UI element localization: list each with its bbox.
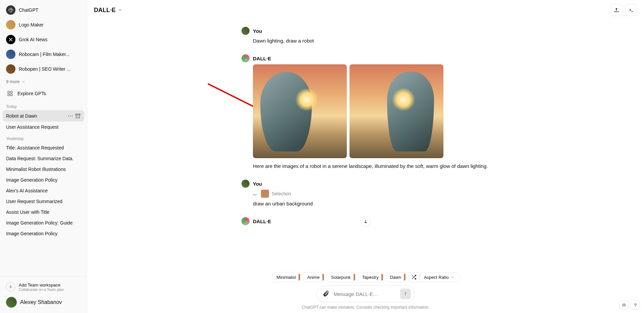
aspect-ratio-selector[interactable]: Aspect Ratio [420, 272, 459, 282]
chevron-down-icon [451, 275, 455, 279]
history-item[interactable]: User Assistance Request [3, 122, 84, 132]
logomaker-icon [6, 20, 15, 29]
history-item[interactable]: Minimalist Robot Illustrations [3, 164, 84, 175]
sidebar-section-today: Today [3, 100, 84, 110]
help-button[interactable]: ? [631, 300, 640, 310]
sidebar: ChatGPT Logo Maker Grok AI News Robocam … [0, 0, 87, 313]
selection-thumbnail-icon [261, 190, 269, 198]
message-user-1: You Dawn lighting, draw a robot [241, 27, 490, 45]
style-shuffle-button[interactable] [408, 272, 420, 282]
user-name: Alexey Shabanov [20, 299, 62, 305]
message-input-container [317, 286, 415, 302]
share-button[interactable] [610, 4, 623, 16]
style-chip-anime[interactable]: Anime [303, 272, 324, 282]
svg-rect-1 [8, 91, 9, 93]
aspect-ratio-label: Aspect Ratio [424, 275, 449, 280]
svg-point-11 [624, 304, 624, 305]
history-robot-at-dawn[interactable]: Robot at Dawn [3, 110, 84, 122]
svg-point-0 [9, 8, 13, 12]
chevron-down-icon [118, 8, 122, 12]
topbar: DALL·E [87, 0, 644, 20]
style-row: Minimalist Anime Solarpunk Tapestry Dawn… [265, 272, 466, 282]
svg-rect-8 [75, 114, 80, 115]
sidebar-gpt-robocam[interactable]: Robocam | Film Maker... [3, 47, 84, 62]
message-input[interactable] [334, 291, 397, 297]
chat-area[interactable]: You Dawn lighting, draw a robot DALL·E H… [87, 20, 644, 272]
user-avatar-icon [6, 297, 17, 308]
message-author: DALL·E [253, 56, 271, 61]
selection-label: Selection [272, 190, 291, 197]
send-button[interactable] [400, 289, 411, 299]
history-item[interactable]: Image Generation Policy [3, 175, 84, 185]
history-item[interactable]: Data Request: Summarize Data. [3, 153, 84, 164]
arrow-down-icon [363, 219, 368, 224]
robocam-icon [6, 50, 15, 59]
generated-image-1[interactable] [253, 64, 347, 158]
attach-button[interactable] [320, 289, 331, 299]
history-item[interactable]: Assist User with Title [3, 207, 84, 217]
share-icon [614, 7, 619, 13]
history-item[interactable]: Image Generation Policy: Guide [3, 217, 84, 228]
scroll-to-bottom-button[interactable] [360, 216, 371, 227]
history-item[interactable]: Image Generation Policy [3, 228, 84, 239]
sidebar-section-yesterday: Yesterday [3, 132, 84, 142]
message-author: DALL·E [253, 218, 271, 224]
more-icon[interactable] [67, 113, 73, 119]
style-chip-solarpunk[interactable]: Solarpunk [327, 272, 355, 282]
svg-point-12 [625, 305, 626, 306]
arrow-up-icon [403, 292, 408, 296]
add-team-workspace[interactable]: Add Team workspace Collaborate on a Team… [3, 279, 84, 294]
model-selector[interactable]: DALL·E [94, 7, 122, 14]
team-subtitle: Collaborate on a Team plan [19, 288, 64, 292]
svg-point-5 [68, 116, 69, 117]
sidebar-user[interactable]: Alexey Shabanov [3, 294, 84, 310]
dalle-avatar-icon [241, 217, 250, 225]
user-avatar-icon [241, 27, 250, 35]
help-label: ? [634, 303, 636, 308]
settings-sliders-button[interactable] [619, 300, 629, 310]
history-item[interactable]: Alex's AI Assistance [3, 185, 84, 196]
sidebar-item-label: Explore GPTs [17, 91, 46, 96]
sidebar-item-label: Robocam | Film Maker... [19, 52, 69, 57]
history-item[interactable]: Title: Assistance Requested [3, 142, 84, 153]
main: DALL·E You Dawn lighting, draw a robot [87, 0, 644, 313]
more-label: 9 more [6, 79, 19, 84]
sidebar-explore-gpts[interactable]: Explore GPTs [3, 87, 84, 100]
sidebar-gpt-logomaker[interactable]: Logo Maker [3, 17, 84, 32]
sidebar-gpt-robopen[interactable]: Robopen | SEO Writer ... [3, 62, 84, 76]
paperclip-icon [322, 291, 329, 297]
sidebar-gpt-grok[interactable]: Grok AI News [3, 32, 84, 47]
message-author: You [253, 28, 262, 34]
shuffle-icon [411, 274, 417, 280]
style-chip-tapestry[interactable]: Tapestry [358, 272, 383, 282]
svg-point-10 [623, 305, 623, 306]
user-avatar-icon [241, 180, 250, 188]
selection-reference: Selection [253, 190, 490, 198]
disclaimer-text: ChatGPT can make mistakes. Consider chec… [87, 305, 644, 313]
terminal-icon [629, 7, 634, 13]
message-author: You [253, 181, 262, 187]
history-item[interactable]: User Request Summarized [3, 196, 84, 207]
svg-rect-2 [11, 91, 12, 93]
command-button[interactable] [625, 4, 637, 16]
dalle-avatar-icon [241, 54, 250, 62]
svg-rect-3 [8, 94, 9, 96]
svg-point-6 [70, 116, 71, 117]
style-chip-minimalist[interactable]: Minimalist [272, 272, 300, 282]
svg-rect-4 [11, 94, 12, 96]
grid-icon [6, 89, 14, 98]
sidebar-item-label: Logo Maker [19, 22, 44, 27]
message-text: Here are the images of a robot in a sere… [253, 162, 490, 170]
archive-icon[interactable] [75, 113, 81, 119]
chevron-down-icon [21, 80, 25, 84]
sidebar-item-label: Robopen | SEO Writer ... [19, 66, 70, 72]
sidebar-gpt-chatgpt[interactable]: ChatGPT [3, 3, 84, 17]
sidebar-more-gpts[interactable]: 9 more [3, 76, 84, 87]
reply-arrow-icon [253, 191, 258, 196]
message-assistant-1: DALL·E Here are the images of a robot in… [241, 54, 490, 170]
message-text: Dawn lighting, draw a robot [253, 37, 490, 45]
sidebar-item-label: ChatGPT [19, 7, 38, 13]
style-chip-dawn[interactable]: Dawn [386, 272, 406, 282]
generated-image-2[interactable] [350, 64, 443, 158]
message-user-2: You Selection draw an urban background [241, 180, 490, 208]
